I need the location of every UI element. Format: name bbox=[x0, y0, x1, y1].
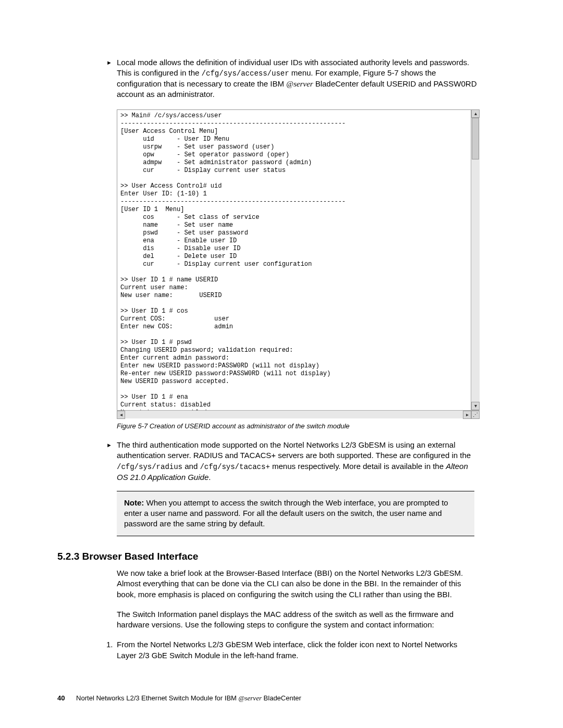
bullet2-mono-a: /cfg/sys/radius bbox=[117, 463, 182, 471]
bullet1-mono: /cfg/sys/access/user bbox=[202, 69, 289, 78]
document-page: ► Local mode allows the definition of in… bbox=[0, 0, 563, 728]
scroll-up-icon[interactable]: ▴ bbox=[471, 109, 480, 118]
scroll-thumb-vertical[interactable] bbox=[472, 118, 479, 159]
bullet-marker-icon: ► bbox=[106, 59, 112, 67]
bullet2-text-d: . bbox=[209, 473, 211, 482]
para-1: We now take a brief look at the Browser-… bbox=[117, 568, 474, 600]
page-footer: 40 Nortel Networks L2/3 Ethernet Switch … bbox=[57, 694, 301, 703]
step-1: 1. From the Nortel Networks L2/3 GbESM W… bbox=[117, 639, 474, 661]
eserver-logo: server bbox=[293, 80, 313, 88]
scroll-right-icon[interactable]: ▸ bbox=[463, 411, 471, 419]
scroll-corner-grip-icon[interactable]: ⋰ bbox=[471, 411, 480, 419]
scrollbar-vertical[interactable]: ▴ ▾ bbox=[471, 109, 480, 410]
section-title: Browser Based Interface bbox=[79, 551, 198, 562]
bullet2-text-a: The third authentication mode supported … bbox=[117, 440, 471, 460]
para-2: The Switch Information panel displays th… bbox=[117, 609, 474, 631]
eserver-at-icon: @ bbox=[239, 694, 245, 702]
scroll-down-icon[interactable]: ▾ bbox=[471, 402, 480, 410]
note-box: Note: When you attempt to access the swi… bbox=[117, 491, 474, 536]
step-1-text: From the Nortel Networks L2/3 GbESM Web … bbox=[117, 640, 457, 659]
page-number: 40 bbox=[57, 694, 65, 702]
bullet-item-third-auth: ► The third authentication mode supporte… bbox=[117, 440, 480, 483]
figure-caption: Figure 5-7 Creation of USERID account as… bbox=[117, 422, 480, 431]
terminal-screenshot: >> Main# /c/sys/access/user ------------… bbox=[117, 109, 480, 418]
bullet2-mono-b: /cfg/sys/tacacs+ bbox=[200, 463, 270, 471]
scrollbar-horizontal[interactable]: ◂ ▸ ⋰ bbox=[117, 410, 480, 418]
bullet2-text-c: menus respectively. More detail is avail… bbox=[270, 462, 446, 471]
terminal-output: >> Main# /c/sys/access/user ------------… bbox=[117, 109, 480, 418]
bullet-marker-icon: ► bbox=[106, 441, 112, 449]
scroll-left-icon[interactable]: ◂ bbox=[117, 411, 125, 419]
section-heading: 5.2.3 Browser Based Interface bbox=[57, 550, 511, 563]
bullet2-text-b: and bbox=[182, 462, 200, 471]
bullet-item-local-mode: ► Local mode allows the definition of in… bbox=[117, 57, 480, 100]
section-number: 5.2.3 bbox=[57, 551, 79, 562]
note-body: When you attempt to access the switch th… bbox=[124, 498, 448, 528]
footer-text-b: BladeCenter bbox=[262, 694, 301, 702]
eserver-logo: server bbox=[244, 694, 262, 702]
note-label: Note: bbox=[124, 498, 144, 507]
step-1-number: 1. bbox=[106, 639, 113, 650]
eserver-at-icon: @ bbox=[286, 80, 293, 88]
footer-text-a: Nortel Networks L2/3 Ethernet Switch Mod… bbox=[76, 694, 238, 702]
